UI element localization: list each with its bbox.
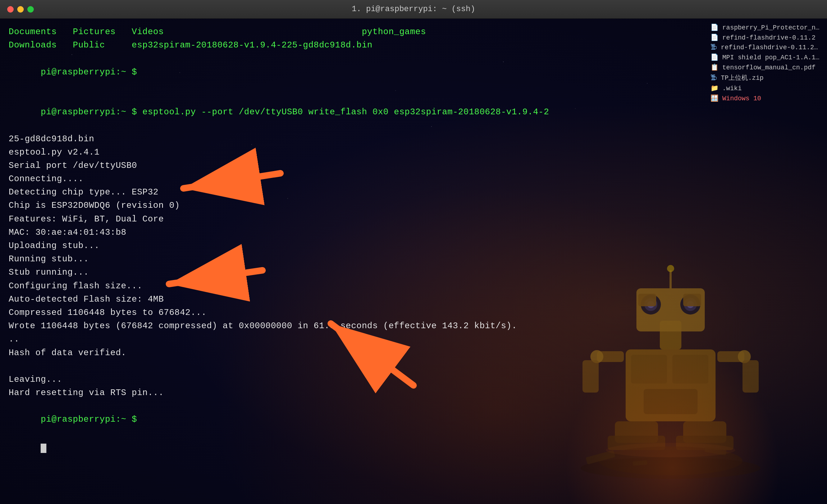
file-name-8: Windows 10	[722, 95, 761, 102]
close-button[interactable]	[7, 6, 14, 13]
terminal-line-14: Running stub...	[9, 252, 818, 266]
sidebar-file-7: 📁 .wiki	[705, 83, 827, 93]
terminal-line-11: Features: WiFi, BT, Dual Core	[9, 212, 818, 226]
minimize-button[interactable]	[17, 6, 24, 13]
terminal-line-13: Uploading stub...	[9, 239, 818, 252]
file-icon-8: 🪟	[711, 95, 718, 102]
terminal-line-16: Configuring flash size...	[9, 279, 818, 293]
file-icon-2: 📄	[711, 34, 718, 41]
sidebar-file-4: 📄 MPI shield pop_AC1-1.A.16 np...	[705, 52, 827, 62]
terminal-line-22	[9, 359, 818, 373]
file-icon-7: 📁	[711, 85, 718, 92]
terminal-line-2: Downloads Public esp32spiram-20180628-v1…	[9, 38, 818, 52]
terminal-line-4: pi@raspberrypi:~ $ esptool.py --port /de…	[9, 92, 818, 132]
terminal-line-10: Chip is ESP32D0WDQ6 (revision 0)	[9, 199, 818, 212]
terminal-line-7: Serial port /dev/ttyUSB0	[9, 159, 818, 172]
prompt-space	[41, 428, 46, 438]
window-title: 1. pi@raspberrypi: ~ (ssh)	[352, 5, 475, 14]
final-prompt: pi@raspberrypi:~ $	[41, 414, 137, 424]
file-icon-1: 📄	[711, 24, 718, 31]
sidebar-file-8: 🪟 Windows 10	[705, 93, 827, 103]
terminal-line-24: Hard resetting via RTS pin...	[9, 386, 818, 399]
terminal-line-12: MAC: 30:ae:a4:01:43:b8	[9, 226, 818, 239]
sidebar-file-5: 📋 tensorflow_manual_cn.pdf	[705, 62, 827, 72]
terminal-cursor	[41, 444, 46, 453]
prompt-prefix: pi@raspberrypi:~ $	[41, 67, 137, 77]
maximize-button[interactable]	[27, 6, 34, 13]
sidebar-file-3: 🗜 refind-flashdrive-0.11.2.zip	[705, 42, 827, 52]
sidebar-file-6: 🗜 TP上位机.zip	[705, 72, 827, 83]
titlebar: 1. pi@raspberrypi: ~ (ssh)	[0, 0, 827, 19]
terminal-line-15: Stub running...	[9, 266, 818, 279]
file-icon-4: 📄	[711, 54, 718, 61]
window-controls	[7, 6, 34, 13]
file-name-3: refind-flashdrive-0.11.2.zip	[721, 44, 827, 51]
terminal-line-9: Detecting chip type... ESP32	[9, 185, 818, 199]
file-name-2: refind-flashdrive-0.11.2	[722, 34, 815, 41]
terminal-line-21: Hash of data verified.	[9, 346, 818, 359]
sidebar-file-1: 📄 raspberry_Pi_Protector_n...	[705, 22, 827, 32]
terminal-container: Documents Pictures Videos python_games D…	[0, 19, 827, 504]
terminal-line-17: Auto-detected Flash size: 4MB	[9, 293, 818, 306]
file-name-1: raspberry_Pi_Protector_n...	[722, 24, 827, 31]
terminal-line-5: 25-gd8dc918d.bin	[9, 132, 818, 146]
terminal-line-1: Documents Pictures Videos python_games	[9, 25, 818, 38]
terminal-line-25: pi@raspberrypi:~ $	[9, 399, 818, 466]
terminal-line-3: pi@raspberrypi:~ $	[9, 52, 818, 92]
terminal-line-20: ..	[9, 333, 818, 346]
file-name-7: .wiki	[722, 85, 742, 92]
file-name-5: tensorflow_manual_cn.pdf	[722, 64, 815, 71]
terminal-line-19: Wrote 1106448 bytes (676842 compressed) …	[9, 319, 818, 333]
terminal-line-18: Compressed 1106448 bytes to 676842...	[9, 306, 818, 319]
sidebar-file-2: 📄 refind-flashdrive-0.11.2	[705, 32, 827, 42]
terminal-line-23: Leaving...	[9, 373, 818, 386]
terminal-output[interactable]: Documents Pictures Videos python_games D…	[0, 19, 827, 504]
file-icon-5: 📋	[711, 64, 718, 71]
file-name-6: TP上位机.zip	[721, 74, 764, 82]
terminal-line-8: Connecting....	[9, 172, 818, 185]
terminal-line-6: esptool.py v2.4.1	[9, 146, 818, 159]
command-text: esptool.py --port /dev/ttyUSB0 write_fla…	[142, 107, 549, 117]
file-icon-6: 🗜	[711, 74, 717, 82]
prompt-prefix-2: pi@raspberrypi:~ $	[41, 107, 142, 117]
desktop-file-sidebar: 📄 raspberry_Pi_Protector_n... 📄 refind-f…	[705, 19, 827, 504]
file-icon-3: 🗜	[711, 44, 717, 51]
file-name-4: MPI shield pop_AC1-1.A.16 np...	[722, 54, 827, 61]
